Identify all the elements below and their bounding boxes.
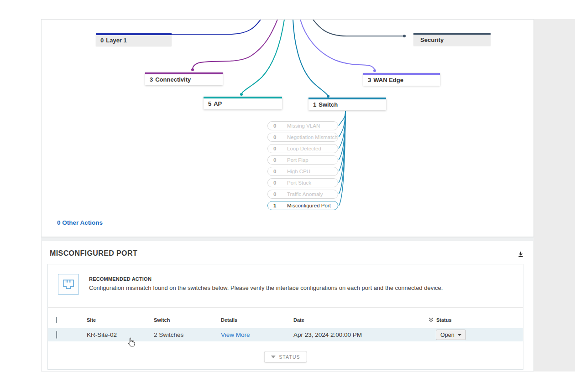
triangle-down-icon [271, 356, 275, 358]
panel-gap [41, 237, 534, 241]
category-count: 5 [208, 100, 211, 107]
connector-dot-ap [240, 93, 243, 96]
table-header-row: Site Switch Details Date Status [48, 312, 523, 328]
category-name: WAN Edge [373, 77, 403, 83]
connector-dot-wan-edge [373, 69, 376, 72]
issue-pill-loop-detected: 0Loop Detected [267, 144, 338, 153]
misconfigured-port-panel: MISCONFIGURED PORT RECOMMENDED ACTION Co… [41, 241, 534, 371]
issue-pill-traffic-anomaly: 0Traffic Anomaly [267, 190, 338, 199]
issue-pill-port-flap: 0Port Flap [267, 155, 338, 165]
category-name: Layer 1 [106, 37, 127, 44]
category-name: Switch [319, 101, 338, 108]
issue-pill-misconfigured-port[interactable]: 1Misconfigured Port [267, 201, 338, 210]
issue-pill-port-stuck: 0Port Stuck [267, 178, 338, 187]
connector-wan-edge [300, 20, 375, 70]
cell-date: Apr 23, 2024 2:00:00 PM [293, 331, 429, 338]
connector-switch [293, 20, 328, 95]
download-glyph [517, 251, 524, 258]
recommended-action-description: Configuration mismatch found on the swit… [89, 284, 500, 291]
recommended-action-card: RECOMMENDED ACTION Configuration mismatc… [47, 264, 523, 370]
category-count: 3 [150, 76, 153, 83]
table-divider [48, 307, 523, 308]
cell-site: KR-Site-02 [87, 331, 154, 338]
cell-switch: 2 Switches [154, 331, 221, 338]
issue-pill-high-cpu: 0High CPU [267, 167, 338, 176]
column-header-date: Date [293, 317, 429, 323]
select-all-checkbox[interactable] [56, 317, 57, 323]
column-header-switch: Switch [154, 317, 221, 323]
page-gutter [534, 19, 575, 371]
category-name: AP [214, 100, 222, 107]
row-status-dropdown[interactable]: Open [436, 330, 466, 340]
caret-down-icon [458, 334, 461, 336]
other-actions-link[interactable]: 0 Other Actions [57, 219, 103, 226]
download-icon[interactable] [516, 250, 525, 259]
issue-pill-missing-vlan: 0Missing VLAN [267, 121, 338, 130]
row-checkbox[interactable] [56, 331, 57, 339]
category-count: 0 [100, 37, 104, 44]
recommended-action-heading: RECOMMENDED ACTION [89, 276, 152, 282]
view-more-link[interactable]: View More [221, 331, 250, 338]
category-card-connectivity[interactable]: 3Connectivity [145, 72, 223, 85]
status-filter-label: STATUS [279, 354, 300, 360]
category-card-ap[interactable]: 5AP [204, 97, 282, 109]
row-status-value: Open [440, 332, 455, 338]
column-header-site: Site [87, 317, 154, 323]
category-card-security[interactable]: Security [413, 33, 491, 46]
double-chevron-down-icon[interactable] [429, 317, 434, 323]
section-title: MISCONFIGURED PORT [50, 249, 137, 258]
category-card-layer1[interactable]: 0Layer 1 [96, 33, 172, 46]
page: 0Layer 1 3Connectivity 5AP 1Switch 3WAN … [0, 0, 575, 392]
ethernet-port-icon [58, 274, 79, 295]
category-count: 3 [368, 77, 371, 83]
connector-dot-security [403, 35, 406, 37]
connector-connectivity [193, 20, 277, 69]
category-name: Connectivity [155, 76, 191, 83]
connector-layer1 [172, 20, 261, 34]
category-card-wan-edge[interactable]: 3WAN Edge [363, 73, 440, 86]
connector-security [313, 20, 403, 36]
category-card-switch[interactable]: 1Switch [308, 98, 386, 110]
column-header-status: Status [436, 317, 452, 323]
category-name: Security [420, 36, 444, 43]
category-count: 1 [313, 101, 316, 108]
status-filter-button[interactable]: STATUS [264, 351, 307, 363]
actions-tree-panel: 0Layer 1 3Connectivity 5AP 1Switch 3WAN … [41, 19, 534, 237]
table-row[interactable]: KR-Site-02 2 Switches View More Apr 23, … [48, 328, 523, 341]
switch-issue-list: 0Missing VLAN 0Negotiation Mismatch 0Loo… [267, 121, 338, 210]
column-header-details: Details [221, 317, 293, 323]
connector-dot-connectivity [191, 68, 194, 71]
issue-pill-negotiation-mismatch: 0Negotiation Mismatch [267, 133, 338, 142]
